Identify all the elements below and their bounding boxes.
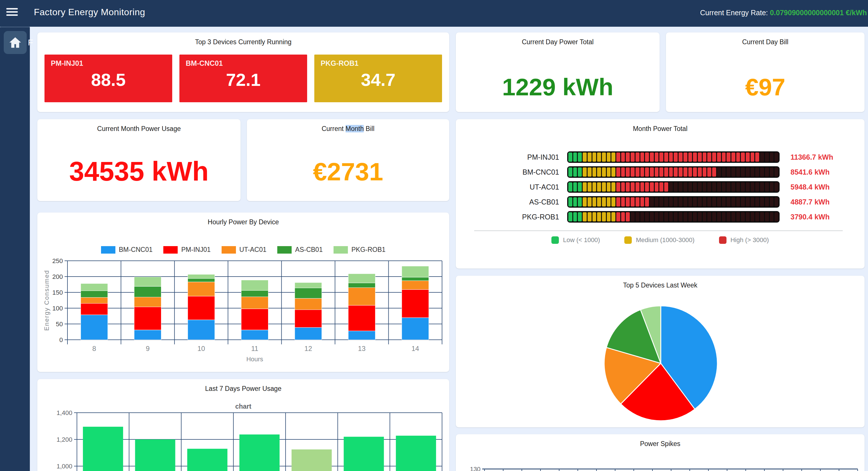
- stacked-bar-segment[interactable]: [241, 280, 268, 290]
- bar-segment-off: [679, 212, 683, 222]
- bar-segment-red: [755, 152, 759, 162]
- bar-segment-off: [741, 168, 745, 177]
- bar-segment-red: [636, 168, 640, 177]
- bar-segment-yellow: [597, 168, 601, 177]
- last7-bar-chart[interactable]: 1,4001,2001,000: [37, 379, 449, 471]
- energy-rate: Current Energy Rate: 0.07909000000000001…: [700, 9, 867, 17]
- daily-usage-bar[interactable]: [83, 427, 123, 471]
- month-total-bars: PM-INJ0111366.7 kWhBM-CNC018541.6 kWhUT-…: [467, 150, 853, 224]
- device-value: 72.1: [179, 69, 307, 90]
- stacked-bar-segment[interactable]: [188, 320, 215, 340]
- device-kwh-value: 4887.7 kWh: [790, 198, 830, 206]
- bar-segment-red: [674, 168, 678, 177]
- bar-segment-red: [645, 152, 649, 162]
- bar-segment-red: [650, 182, 654, 192]
- hourly-stacked-bar-chart[interactable]: 050100150200250891011121314HoursEnergy C…: [37, 212, 449, 372]
- bar-segment-red: [669, 168, 673, 177]
- bar-segment-red: [640, 152, 644, 162]
- stacked-bar-segment[interactable]: [295, 298, 322, 310]
- bar-segment-off: [746, 197, 750, 206]
- stacked-bar-segment[interactable]: [81, 303, 107, 315]
- legend-item: Medium (1000-3000): [624, 236, 694, 244]
- selected-text: Month: [346, 125, 364, 133]
- stacked-bar-segment[interactable]: [348, 288, 375, 305]
- stacked-bar-segment[interactable]: [134, 277, 161, 286]
- daily-usage-bar[interactable]: [135, 439, 175, 471]
- bar-segment-off: [755, 182, 759, 192]
- bar-segment-red: [631, 152, 634, 162]
- stacked-bar-segment[interactable]: [241, 330, 268, 340]
- svg-text:100: 100: [52, 305, 63, 312]
- bar-segment-red: [741, 152, 745, 162]
- bar-segment-off: [683, 182, 687, 192]
- bar-segment-yellow: [583, 182, 587, 192]
- home-icon: [9, 36, 22, 49]
- energy-rate-unit: €/kWh: [846, 9, 867, 17]
- bar-segment-off: [770, 182, 774, 192]
- stacked-bar-segment[interactable]: [81, 291, 107, 297]
- bar-segment-yellow: [597, 197, 601, 206]
- bar-segment-red: [693, 168, 697, 177]
- daily-usage-bar[interactable]: [344, 437, 384, 471]
- bar-segment-red: [703, 168, 707, 177]
- stacked-bar-segment[interactable]: [81, 297, 107, 303]
- bar-segment-red: [664, 168, 668, 177]
- daily-usage-bar[interactable]: [396, 436, 436, 471]
- stacked-bar-segment[interactable]: [134, 286, 161, 297]
- stacked-bar-segment[interactable]: [402, 266, 429, 277]
- stacked-bar-segment[interactable]: [241, 290, 268, 297]
- menu-icon[interactable]: [6, 8, 19, 19]
- stacked-bar-segment[interactable]: [402, 290, 429, 318]
- device-tile: BM-CNC0172.1: [179, 55, 307, 102]
- segmented-bar: [567, 211, 780, 223]
- stacked-bar-segment[interactable]: [295, 310, 322, 328]
- stacked-bar-segment[interactable]: [188, 282, 215, 296]
- stacked-bar-segment[interactable]: [81, 315, 107, 340]
- bar-segment-red: [626, 197, 630, 206]
- stacked-bar-segment[interactable]: [348, 331, 375, 340]
- bar-segment-red: [655, 152, 659, 162]
- stacked-bar-segment[interactable]: [295, 327, 322, 340]
- legend-divider: [474, 231, 843, 231]
- bar-segment-red: [645, 182, 649, 192]
- stacked-bar-segment[interactable]: [402, 281, 429, 290]
- svg-text:Energy Consumed: Energy Consumed: [43, 270, 50, 330]
- top5-pie-chart[interactable]: [456, 276, 865, 428]
- month-bar-row: AS-CB014887.7 kWh: [467, 195, 853, 209]
- bar-segment-yellow: [607, 197, 611, 206]
- bar-segment-off: [774, 212, 778, 222]
- stacked-bar-segment[interactable]: [402, 277, 429, 281]
- stacked-bar-segment[interactable]: [348, 305, 375, 331]
- bar-segment-yellow: [583, 152, 587, 162]
- stacked-bar-segment[interactable]: [241, 297, 268, 309]
- sidebar-item-home[interactable]: [4, 31, 27, 54]
- bar-segment-yellow: [611, 197, 615, 206]
- stacked-bar-segment[interactable]: [134, 307, 161, 330]
- stacked-bar-segment[interactable]: [81, 284, 107, 291]
- stacked-bar-segment[interactable]: [348, 283, 375, 288]
- power-spikes-chart[interactable]: 130: [456, 434, 865, 471]
- daily-usage-bar[interactable]: [187, 449, 227, 471]
- bar-segment-off: [774, 197, 778, 206]
- month-usage-title: Current Month Power Usage: [37, 125, 241, 133]
- bar-segment-off: [774, 152, 778, 162]
- stacked-bar-segment[interactable]: [188, 278, 215, 282]
- bar-segment-red: [707, 152, 711, 162]
- bar-segment-off: [679, 197, 683, 206]
- stacked-bar-segment[interactable]: [241, 309, 268, 330]
- stacked-bar-segment[interactable]: [295, 288, 322, 298]
- daily-usage-bar[interactable]: [291, 449, 332, 471]
- svg-text:12: 12: [305, 345, 312, 352]
- stacked-bar-segment[interactable]: [188, 274, 215, 278]
- bar-segment-yellow: [607, 168, 611, 177]
- stacked-bar-segment[interactable]: [134, 297, 161, 307]
- daily-usage-bar[interactable]: [239, 435, 280, 471]
- stacked-bar-segment[interactable]: [402, 318, 429, 340]
- stacked-bar-segment[interactable]: [348, 274, 375, 283]
- stacked-bar-segment[interactable]: [188, 296, 215, 320]
- month-bill-value: €2731: [247, 157, 449, 186]
- bar-segment-red: [636, 152, 640, 162]
- bar-segment-off: [760, 168, 764, 177]
- stacked-bar-segment[interactable]: [295, 283, 322, 288]
- stacked-bar-segment[interactable]: [134, 330, 161, 340]
